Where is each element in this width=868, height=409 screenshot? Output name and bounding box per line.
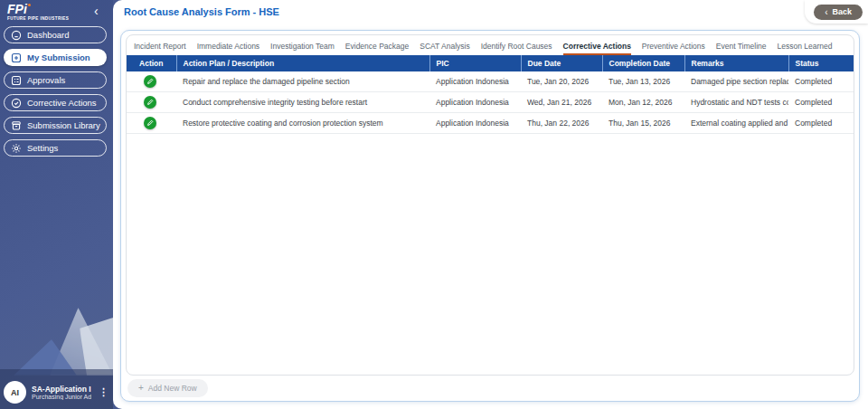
add-new-row-label: Add New Row — [148, 384, 197, 393]
pencil-icon — [146, 78, 154, 85]
user-menu-icon[interactable]: ⋮ — [97, 386, 110, 398]
tab-immediate-actions[interactable]: Immediate Actions — [197, 42, 259, 55]
sidebar-item-label: Corrective Actions — [27, 98, 97, 108]
cell-plan: Restore protective coating and corrosion… — [176, 113, 429, 134]
tab-preventive-actions[interactable]: Preventive Actions — [642, 42, 705, 55]
cell-plan: Repair and replace the damaged pipeline … — [176, 71, 429, 92]
tab-bar: Incident Report Immediate Actions Invest… — [127, 35, 854, 55]
sidebar-decoration — [14, 339, 77, 376]
cell-remarks: Hydrostatic and NDT tests com... — [684, 92, 788, 113]
cell-status: Completed — [788, 71, 854, 92]
table-row: Repair and replace the damaged pipeline … — [127, 71, 854, 92]
gear-icon — [11, 143, 22, 154]
cell-plan: Conduct comprehensive integrity testing … — [176, 92, 429, 113]
sidebar-collapse-icon[interactable]: ‹ — [94, 4, 99, 18]
tab-event-timeline[interactable]: Event Timeline — [716, 42, 767, 55]
pencil-icon — [146, 119, 154, 127]
cell-due-date: Thu, Jan 22, 2026 — [521, 113, 602, 134]
cell-pic: Application Indonesia — [429, 71, 521, 92]
cell-due-date: Tue, Jan 20, 2026 — [521, 71, 602, 92]
sidebar-item-label: Approvals — [27, 75, 65, 85]
row-action-cell — [127, 113, 176, 134]
tab-lesson-learned[interactable]: Lesson Learned — [778, 42, 833, 55]
add-new-row-button[interactable]: + Add New Row — [127, 379, 208, 397]
sidebar-item-corrective-actions[interactable]: Corrective Actions — [4, 94, 107, 111]
tab-corrective-actions[interactable]: Corrective Actions — [563, 42, 631, 55]
sidebar-item-settings[interactable]: Settings — [4, 139, 107, 157]
table-row: Conduct comprehensive integrity testing … — [127, 92, 854, 113]
brand-logo: FPi FUTURE PIPE INDUSTRIES — [7, 4, 69, 21]
plus-icon: + — [138, 385, 144, 392]
cell-due-date: Wed, Jan 21, 2026 — [521, 92, 602, 113]
submission-plus-icon — [11, 52, 22, 63]
page-title: Root Cause Analysis Form - HSE — [113, 6, 279, 17]
brand-tagline: FUTURE PIPE INDUSTRIES — [7, 16, 69, 21]
sidebar-decoration — [50, 308, 113, 376]
main-content: Root Cause Analysis Form - HSE ‹ Back In… — [113, 0, 868, 409]
brand-name: FPi — [7, 4, 69, 15]
sidebar-item-label: Dashboard — [27, 30, 69, 40]
tab-identify-root-causes[interactable]: Identify Root Causes — [481, 42, 552, 55]
back-button-container: ‹ Back — [805, 0, 868, 24]
user-name: SA-Application Ind... — [32, 385, 91, 394]
tab-incident-report[interactable]: Incident Report — [134, 42, 186, 55]
cell-remarks: Damaged pipe section replace... — [684, 71, 788, 92]
table-header-row: Action Action Plan / Description PIC Due… — [127, 55, 854, 71]
row-action-cell — [127, 92, 176, 113]
shield-check-icon — [11, 98, 22, 109]
tab-investigation-team[interactable]: Investigation Team — [270, 42, 335, 55]
cell-completion-date: Tue, Jan 13, 2026 — [602, 71, 684, 92]
chevron-left-icon: ‹ — [825, 7, 827, 17]
cell-remarks: External coating applied and ca... — [684, 113, 788, 134]
edit-action-button[interactable] — [144, 96, 156, 109]
tab-panel: Incident Report Immediate Actions Invest… — [126, 34, 854, 376]
user-meta: SA-Application Ind... Purchasing Junior … — [32, 385, 91, 400]
column-header-pic: PIC — [429, 55, 521, 71]
avatar: AI — [4, 381, 26, 404]
edit-action-button[interactable] — [144, 75, 156, 88]
tab-evidence-package[interactable]: Evidence Package — [345, 42, 409, 55]
sidebar: FPi FUTURE PIPE INDUSTRIES ‹ Dashboard M… — [0, 0, 113, 409]
column-header-due-date: Due Date — [521, 55, 602, 71]
back-button[interactable]: ‹ Back — [814, 5, 863, 20]
pencil-icon — [146, 99, 154, 106]
cell-status: Completed — [788, 113, 854, 134]
sidebar-nav: Dashboard My Submission Approvals Correc… — [4, 26, 107, 162]
table-row: Restore protective coating and corrosion… — [127, 113, 854, 134]
column-header-action: Action — [127, 55, 176, 71]
brand-dot — [28, 4, 31, 6]
column-header-plan: Action Plan / Description — [176, 55, 429, 71]
cell-pic: Application Indonesia — [429, 92, 521, 113]
column-header-completion-date: Completion Date — [602, 55, 684, 71]
form-card: Incident Report Immediate Actions Invest… — [120, 30, 860, 402]
sidebar-item-approvals[interactable]: Approvals — [4, 71, 107, 89]
row-action-cell — [127, 71, 176, 92]
topbar: Root Cause Analysis Form - HSE ‹ Back — [113, 0, 868, 24]
sidebar-item-dashboard[interactable]: Dashboard — [4, 26, 107, 43]
user-profile[interactable]: AI SA-Application Ind... Purchasing Juni… — [4, 381, 110, 404]
corrective-actions-table: Action Action Plan / Description PIC Due… — [127, 55, 854, 134]
sidebar-item-label: My Submission — [27, 52, 90, 62]
sidebar-decoration — [80, 317, 113, 376]
sidebar-item-my-submission[interactable]: My Submission — [4, 49, 107, 66]
cell-completion-date: Thu, Jan 15, 2026 — [602, 113, 684, 134]
sidebar-item-label: Settings — [27, 143, 58, 153]
cell-pic: Application Indonesia — [429, 113, 521, 134]
edit-action-button[interactable] — [144, 117, 156, 129]
cell-status: Completed — [788, 92, 854, 113]
archive-box-icon — [11, 120, 22, 131]
sidebar-item-submission-library[interactable]: Submission Library — [4, 117, 107, 134]
sidebar-item-label: Submission Library — [27, 120, 100, 130]
column-header-status: Status — [788, 55, 854, 71]
column-header-remarks: Remarks — [684, 55, 788, 71]
cell-completion-date: Mon, Jan 12, 2026 — [602, 92, 684, 113]
user-role: Purchasing Junior Admi... — [32, 394, 91, 400]
dashboard-icon — [11, 30, 22, 41]
checklist-icon — [11, 75, 22, 86]
tab-scat-analysis[interactable]: SCAT Analysis — [420, 42, 469, 55]
back-button-label: Back — [832, 7, 852, 16]
